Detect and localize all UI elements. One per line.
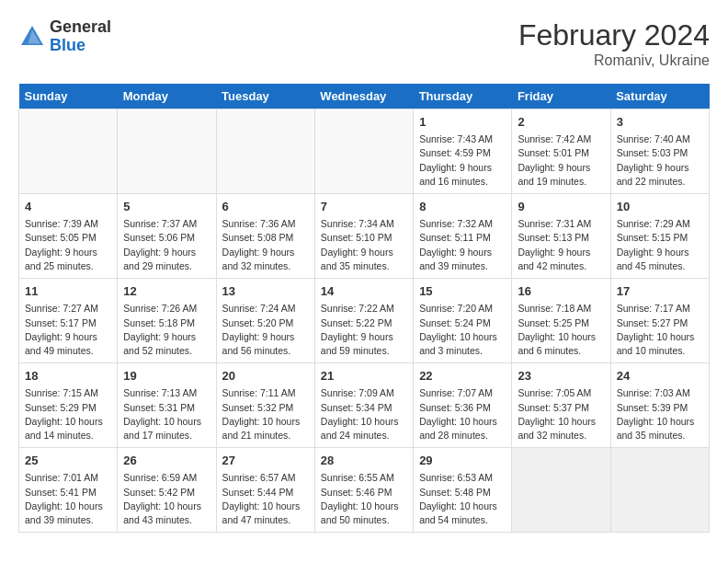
day-number: 22 (419, 368, 506, 385)
calendar-cell: 19Sunrise: 7:13 AM Sunset: 5:31 PM Dayli… (118, 363, 216, 448)
day-info: Sunrise: 7:39 AM Sunset: 5:05 PM Dayligh… (25, 217, 111, 273)
day-number: 17 (617, 283, 703, 300)
weekday-header-row: SundayMondayTuesdayWednesdayThursdayFrid… (19, 84, 710, 109)
day-info: Sunrise: 7:03 AM Sunset: 5:39 PM Dayligh… (617, 386, 703, 442)
weekday-header: Wednesday (314, 84, 413, 109)
calendar-cell (512, 448, 610, 533)
weekday-header: Tuesday (216, 84, 314, 109)
logo-icon (18, 23, 46, 51)
day-number: 6 (222, 199, 309, 215)
day-info: Sunrise: 7:09 AM Sunset: 5:34 PM Dayligh… (321, 386, 407, 442)
calendar-cell: 25Sunrise: 7:01 AM Sunset: 5:41 PM Dayli… (19, 448, 118, 533)
day-number: 8 (419, 199, 506, 215)
day-number: 23 (518, 368, 604, 385)
day-number: 18 (25, 368, 111, 385)
location-title: Romaniv, Ukraine (518, 52, 710, 69)
logo-general-text: General (50, 17, 111, 36)
day-number: 25 (25, 453, 111, 469)
day-number: 15 (419, 283, 506, 300)
calendar-cell: 28Sunrise: 6:55 AM Sunset: 5:46 PM Dayli… (314, 448, 413, 533)
day-info: Sunrise: 7:43 AM Sunset: 4:59 PM Dayligh… (419, 132, 506, 189)
day-number: 19 (123, 368, 210, 385)
day-number: 3 (617, 114, 703, 131)
weekday-header: Monday (118, 84, 216, 109)
day-info: Sunrise: 7:34 AM Sunset: 5:10 PM Dayligh… (321, 217, 407, 273)
day-number: 9 (518, 199, 604, 215)
calendar-cell: 8Sunrise: 7:32 AM Sunset: 5:11 PM Daylig… (414, 194, 512, 279)
calendar-cell: 17Sunrise: 7:17 AM Sunset: 5:27 PM Dayli… (610, 279, 709, 363)
day-info: Sunrise: 6:57 AM Sunset: 5:44 PM Dayligh… (222, 471, 309, 527)
calendar-cell: 13Sunrise: 7:24 AM Sunset: 5:20 PM Dayli… (216, 279, 314, 363)
day-number: 21 (321, 368, 407, 385)
day-info: Sunrise: 7:40 AM Sunset: 5:03 PM Dayligh… (617, 132, 703, 189)
calendar-cell: 23Sunrise: 7:05 AM Sunset: 5:37 PM Dayli… (512, 363, 610, 448)
calendar-cell: 12Sunrise: 7:26 AM Sunset: 5:18 PM Dayli… (118, 279, 216, 363)
calendar-cell: 21Sunrise: 7:09 AM Sunset: 5:34 PM Dayli… (314, 363, 413, 448)
calendar-cell: 24Sunrise: 7:03 AM Sunset: 5:39 PM Dayli… (610, 363, 709, 448)
day-number: 16 (518, 283, 604, 300)
calendar-cell: 20Sunrise: 7:11 AM Sunset: 5:32 PM Dayli… (216, 363, 314, 448)
weekday-header: Sunday (19, 84, 118, 109)
calendar-cell: 5Sunrise: 7:37 AM Sunset: 5:06 PM Daylig… (118, 194, 216, 279)
day-info: Sunrise: 7:01 AM Sunset: 5:41 PM Dayligh… (25, 471, 111, 527)
calendar-cell (610, 448, 709, 533)
day-info: Sunrise: 7:11 AM Sunset: 5:32 PM Dayligh… (222, 386, 309, 442)
day-number: 12 (123, 283, 210, 300)
calendar-cell: 14Sunrise: 7:22 AM Sunset: 5:22 PM Dayli… (314, 279, 413, 363)
calendar-table: SundayMondayTuesdayWednesdayThursdayFrid… (18, 84, 710, 533)
calendar-week-row: 1Sunrise: 7:43 AM Sunset: 4:59 PM Daylig… (19, 109, 710, 194)
day-number: 29 (419, 453, 506, 469)
day-number: 14 (321, 283, 407, 300)
calendar-cell: 10Sunrise: 7:29 AM Sunset: 5:15 PM Dayli… (610, 194, 709, 279)
day-number: 2 (518, 114, 604, 131)
day-number: 24 (617, 368, 703, 385)
calendar-cell: 1Sunrise: 7:43 AM Sunset: 4:59 PM Daylig… (414, 109, 512, 194)
calendar-cell: 15Sunrise: 7:20 AM Sunset: 5:24 PM Dayli… (414, 279, 512, 363)
day-info: Sunrise: 7:18 AM Sunset: 5:25 PM Dayligh… (518, 302, 604, 358)
calendar-cell (118, 109, 216, 194)
calendar-cell: 29Sunrise: 6:53 AM Sunset: 5:48 PM Dayli… (414, 448, 512, 533)
calendar-cell: 22Sunrise: 7:07 AM Sunset: 5:36 PM Dayli… (414, 363, 512, 448)
calendar-week-row: 18Sunrise: 7:15 AM Sunset: 5:29 PM Dayli… (19, 363, 710, 448)
day-info: Sunrise: 7:42 AM Sunset: 5:01 PM Dayligh… (518, 132, 604, 189)
day-number: 27 (222, 453, 309, 469)
day-info: Sunrise: 6:55 AM Sunset: 5:46 PM Dayligh… (321, 471, 407, 527)
day-number: 13 (222, 283, 309, 300)
calendar-cell: 27Sunrise: 6:57 AM Sunset: 5:44 PM Dayli… (216, 448, 314, 533)
calendar-cell: 18Sunrise: 7:15 AM Sunset: 5:29 PM Dayli… (19, 363, 118, 448)
day-info: Sunrise: 7:26 AM Sunset: 5:18 PM Dayligh… (123, 302, 210, 358)
day-info: Sunrise: 7:31 AM Sunset: 5:13 PM Dayligh… (518, 217, 604, 273)
calendar-cell (314, 109, 413, 194)
weekday-header: Thursday (414, 84, 512, 109)
day-number: 7 (321, 199, 407, 215)
day-number: 11 (25, 283, 111, 300)
calendar-cell: 9Sunrise: 7:31 AM Sunset: 5:13 PM Daylig… (512, 194, 610, 279)
calendar-cell: 6Sunrise: 7:36 AM Sunset: 5:08 PM Daylig… (216, 194, 314, 279)
day-info: Sunrise: 7:32 AM Sunset: 5:11 PM Dayligh… (419, 217, 506, 273)
day-number: 26 (123, 453, 210, 469)
day-info: Sunrise: 7:27 AM Sunset: 5:17 PM Dayligh… (25, 302, 111, 358)
day-info: Sunrise: 6:53 AM Sunset: 5:48 PM Dayligh… (419, 471, 506, 527)
weekday-header: Saturday (610, 84, 709, 109)
day-info: Sunrise: 7:36 AM Sunset: 5:08 PM Dayligh… (222, 217, 309, 273)
day-info: Sunrise: 7:20 AM Sunset: 5:24 PM Dayligh… (419, 302, 506, 358)
calendar-cell: 16Sunrise: 7:18 AM Sunset: 5:25 PM Dayli… (512, 279, 610, 363)
day-number: 4 (25, 199, 111, 215)
calendar-week-row: 11Sunrise: 7:27 AM Sunset: 5:17 PM Dayli… (19, 279, 710, 363)
day-number: 5 (123, 199, 210, 215)
calendar-cell: 2Sunrise: 7:42 AM Sunset: 5:01 PM Daylig… (512, 109, 610, 194)
day-info: Sunrise: 7:07 AM Sunset: 5:36 PM Dayligh… (419, 386, 506, 442)
calendar-cell (19, 109, 118, 194)
day-info: Sunrise: 7:37 AM Sunset: 5:06 PM Dayligh… (123, 217, 210, 273)
calendar-week-row: 25Sunrise: 7:01 AM Sunset: 5:41 PM Dayli… (19, 448, 710, 533)
calendar-cell: 4Sunrise: 7:39 AM Sunset: 5:05 PM Daylig… (19, 194, 118, 279)
day-info: Sunrise: 7:13 AM Sunset: 5:31 PM Dayligh… (123, 386, 210, 442)
calendar-cell (216, 109, 314, 194)
day-info: Sunrise: 7:15 AM Sunset: 5:29 PM Dayligh… (25, 386, 111, 442)
day-number: 28 (321, 453, 407, 469)
day-info: Sunrise: 7:29 AM Sunset: 5:15 PM Dayligh… (617, 217, 703, 273)
day-info: Sunrise: 7:22 AM Sunset: 5:22 PM Dayligh… (321, 302, 407, 358)
day-number: 1 (419, 114, 506, 131)
day-info: Sunrise: 6:59 AM Sunset: 5:42 PM Dayligh… (123, 471, 210, 527)
calendar-cell: 3Sunrise: 7:40 AM Sunset: 5:03 PM Daylig… (610, 109, 709, 194)
